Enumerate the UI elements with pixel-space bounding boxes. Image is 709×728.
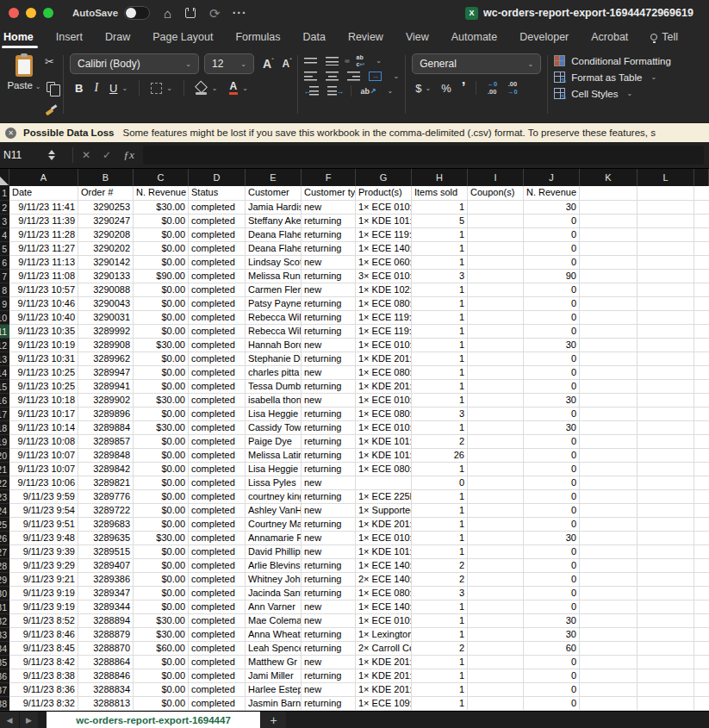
- cell[interactable]: completed: [189, 339, 246, 352]
- row-header-19[interactable]: 19: [0, 435, 9, 449]
- cell[interactable]: [694, 270, 709, 283]
- row-header-8[interactable]: 8: [0, 283, 9, 297]
- cell[interactable]: [356, 476, 412, 490]
- cell[interactable]: [637, 463, 694, 476]
- tab-acrobat[interactable]: Acrobat: [580, 26, 639, 48]
- cell[interactable]: [694, 656, 709, 669]
- cell[interactable]: 9/11/23 8:32: [9, 697, 78, 711]
- cell[interactable]: completed: [189, 683, 246, 697]
- cell[interactable]: $0.00: [134, 573, 189, 587]
- cell[interactable]: completed: [189, 311, 246, 325]
- row-header-38[interactable]: 38: [0, 697, 9, 711]
- merge-center-icon[interactable]: ↔: [369, 72, 382, 81]
- cell[interactable]: [637, 186, 694, 201]
- cell[interactable]: David Phillips: [246, 545, 302, 559]
- cell[interactable]: [468, 545, 524, 559]
- cell[interactable]: 1× KDE 102:: [356, 283, 412, 297]
- cell[interactable]: 9/11/23 9:19: [9, 587, 78, 600]
- cell[interactable]: returning: [302, 573, 356, 587]
- cell[interactable]: [637, 587, 694, 600]
- cell[interactable]: [580, 380, 637, 394]
- cell[interactable]: 1: [412, 242, 468, 256]
- cell[interactable]: [694, 366, 709, 380]
- add-sheet-button[interactable]: +: [260, 712, 286, 728]
- increase-decimal-button[interactable]: ←0.00: [487, 80, 497, 96]
- cell[interactable]: [694, 339, 709, 352]
- cell[interactable]: 3288813: [78, 697, 134, 711]
- cell[interactable]: $0.00: [134, 297, 189, 311]
- cell[interactable]: 0: [524, 380, 580, 394]
- cell[interactable]: completed: [189, 463, 246, 476]
- cell[interactable]: [468, 270, 524, 283]
- cell[interactable]: 0: [524, 504, 580, 518]
- cell[interactable]: 3290253: [78, 201, 134, 215]
- cell[interactable]: 1× ECE 140: I: [356, 242, 412, 256]
- cell[interactable]: [468, 449, 524, 463]
- underline-button[interactable]: U: [109, 82, 117, 95]
- cell[interactable]: [580, 394, 637, 408]
- row-header-11[interactable]: 11: [0, 325, 9, 339]
- cell[interactable]: 1: [412, 228, 468, 242]
- cell[interactable]: 1: [412, 256, 468, 270]
- cell[interactable]: completed: [189, 325, 246, 339]
- cell[interactable]: [580, 215, 637, 228]
- row-header-21[interactable]: 21: [0, 463, 9, 476]
- row-header-12[interactable]: 12: [0, 339, 9, 352]
- cell[interactable]: Harlee Estep: [246, 683, 302, 697]
- row-header-28[interactable]: 28: [0, 559, 9, 573]
- cell[interactable]: [580, 600, 637, 614]
- cell[interactable]: [468, 573, 524, 587]
- cell[interactable]: returning: [302, 352, 356, 366]
- cell[interactable]: 9/11/23 11:13: [9, 256, 78, 270]
- cell[interactable]: [468, 366, 524, 380]
- align-left-icon[interactable]: [304, 72, 317, 81]
- cell[interactable]: [694, 600, 709, 614]
- name-box[interactable]: N11: [0, 149, 48, 161]
- cell[interactable]: returning: [302, 518, 356, 532]
- currency-format-button[interactable]: $: [415, 82, 421, 95]
- cell[interactable]: [468, 352, 524, 366]
- cell[interactable]: $30.00: [134, 421, 189, 435]
- cell[interactable]: $0.00: [134, 600, 189, 614]
- cell[interactable]: new: [302, 600, 356, 614]
- cell[interactable]: $0.00: [134, 325, 189, 339]
- cell[interactable]: $30.00: [134, 532, 189, 545]
- cell[interactable]: new: [302, 283, 356, 297]
- cell[interactable]: 9/11/23 10:25: [9, 366, 78, 380]
- cell[interactable]: completed: [189, 366, 246, 380]
- cell[interactable]: 1× ECE 119: I: [356, 228, 412, 242]
- cell[interactable]: [637, 311, 694, 325]
- cancel-icon[interactable]: ✕: [82, 149, 90, 161]
- cell[interactable]: new: [302, 394, 356, 408]
- column-header-k[interactable]: K: [580, 169, 637, 186]
- cell[interactable]: 9/11/23 10:08: [9, 435, 78, 449]
- cell[interactable]: $30.00: [134, 339, 189, 352]
- row-header-35[interactable]: 35: [0, 656, 9, 669]
- cell[interactable]: [637, 270, 694, 283]
- cell[interactable]: Ann Varner: [246, 600, 302, 614]
- cell[interactable]: [694, 545, 709, 559]
- cell[interactable]: 1: [412, 366, 468, 380]
- name-box-stepper[interactable]: [48, 150, 55, 160]
- cell[interactable]: new: [302, 532, 356, 545]
- cell[interactable]: $0.00: [134, 545, 189, 559]
- cell[interactable]: 1× ECE 010: I: [356, 201, 412, 215]
- column-header-g[interactable]: G: [356, 169, 412, 186]
- cell[interactable]: 1: [412, 532, 468, 545]
- cell[interactable]: 3289947: [78, 366, 134, 380]
- cell[interactable]: 1× KDE 101:: [356, 435, 412, 449]
- cell[interactable]: completed: [189, 394, 246, 408]
- cell[interactable]: [694, 504, 709, 518]
- cell[interactable]: [580, 476, 637, 490]
- cell[interactable]: 0: [524, 297, 580, 311]
- cell[interactable]: Rebecca Wil: [246, 325, 302, 339]
- cell[interactable]: 3: [412, 408, 468, 421]
- tab-draw[interactable]: Draw: [94, 26, 141, 48]
- cell[interactable]: 9/11/23 10:14: [9, 421, 78, 435]
- tab-review[interactable]: Review: [337, 26, 395, 48]
- cell[interactable]: [580, 366, 637, 380]
- cell[interactable]: [468, 656, 524, 669]
- cell[interactable]: returning: [302, 697, 356, 711]
- cell[interactable]: 0: [524, 559, 580, 573]
- cell[interactable]: 30: [524, 614, 580, 628]
